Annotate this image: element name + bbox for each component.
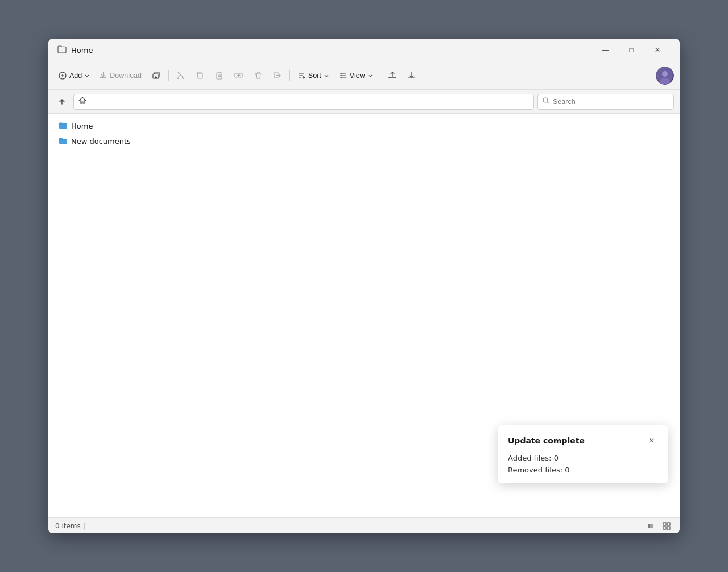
copy-to-storage-icon [152, 71, 161, 80]
delete-icon [254, 71, 262, 80]
share-button[interactable] [268, 67, 287, 85]
view-button[interactable]: View [334, 67, 377, 85]
view-icon [339, 72, 347, 80]
titlebar: Home — □ ✕ [48, 39, 680, 61]
home-icon [78, 97, 86, 105]
statusbar-view-controls [644, 520, 673, 532]
download-label: Download [110, 72, 142, 80]
search-bar[interactable] [537, 94, 674, 110]
add-icon [59, 72, 67, 80]
main-content: Home New documents Update complete [48, 114, 680, 517]
notification-close-icon: ✕ [649, 437, 655, 445]
copy-to-storage-button[interactable] [147, 67, 166, 85]
address-bar[interactable] [73, 94, 534, 110]
notification-added-files: Added files: 0 [508, 454, 658, 462]
svg-point-19 [662, 71, 668, 77]
notification-title: Update complete [508, 436, 585, 445]
copy-icon [196, 71, 204, 80]
tree-panel: Home New documents [48, 114, 173, 517]
cut-icon [176, 71, 185, 80]
add-chevron-icon [85, 73, 89, 78]
tree-item-home-label: Home [71, 122, 93, 130]
move-button[interactable] [230, 67, 248, 85]
navigate-up-button[interactable] [54, 94, 70, 110]
paste-icon [215, 71, 224, 80]
move-icon [234, 71, 243, 80]
sort-button[interactable]: Sort [293, 67, 333, 85]
file-panel: Update complete ✕ Added files: 0 Removed… [173, 114, 680, 517]
addressbar-row [48, 90, 680, 114]
view-chevron-icon [368, 73, 373, 78]
notification-added-count: 0 [554, 454, 559, 462]
tree-item-new-documents[interactable]: New documents [51, 134, 171, 149]
folder-home-icon [59, 121, 68, 131]
download2-button[interactable] [403, 67, 421, 85]
titlebar-folder-icon [57, 45, 67, 56]
notification-close-button[interactable]: ✕ [646, 434, 658, 447]
toolbar-separator-1 [168, 70, 169, 81]
cut-button[interactable] [172, 67, 190, 85]
search-icon [543, 97, 549, 106]
delete-button[interactable] [249, 67, 267, 85]
notification-removed-files: Removed files: 0 [508, 466, 658, 474]
titlebar-title: Home [71, 46, 592, 55]
list-view-button[interactable] [644, 520, 657, 532]
paste-button[interactable] [210, 67, 229, 85]
notification-popup: Update complete ✕ Added files: 0 Removed… [498, 425, 668, 483]
minimize-button[interactable]: — [592, 41, 618, 59]
svg-point-4 [177, 77, 179, 79]
grid-view-icon [663, 522, 671, 530]
download-button[interactable]: Download [95, 67, 146, 85]
titlebar-controls: — □ ✕ [592, 41, 671, 59]
notification-added-label: Added files: [508, 454, 552, 462]
svg-rect-30 [667, 523, 670, 525]
minimize-icon: — [602, 46, 609, 54]
main-window: Home — □ ✕ Add [48, 39, 680, 533]
navigate-up-icon [58, 98, 66, 106]
tree-item-home[interactable]: Home [51, 118, 171, 134]
notification-removed-count: 0 [565, 466, 569, 474]
view-label: View [350, 72, 365, 80]
upload-icon [388, 71, 396, 80]
search-magnifier-icon [543, 97, 549, 104]
add-button[interactable]: Add [54, 67, 94, 85]
download2-icon [408, 71, 416, 80]
close-icon: ✕ [655, 46, 660, 54]
statusbar: 0 items | [48, 517, 680, 533]
close-button[interactable]: ✕ [644, 41, 671, 59]
folder-new-docs-icon [59, 136, 68, 146]
grid-view-button[interactable] [660, 520, 673, 532]
toolbar-separator-3 [380, 70, 380, 81]
tree-item-new-docs-label: New documents [71, 137, 131, 146]
avatar [656, 67, 674, 85]
avatar-image [657, 68, 673, 84]
items-count: 0 items | [55, 522, 85, 530]
share-icon [273, 71, 282, 80]
svg-rect-31 [663, 527, 666, 529]
download-icon [100, 72, 107, 79]
maximize-icon: □ [629, 46, 633, 54]
notification-removed-label: Removed files: [508, 466, 562, 474]
maximize-button[interactable]: □ [618, 41, 644, 59]
sort-chevron-icon [324, 73, 329, 78]
folder-new-docs-svg-icon [59, 136, 68, 144]
address-home-icon [78, 97, 86, 106]
svg-rect-32 [667, 527, 670, 529]
svg-rect-6 [198, 73, 202, 78]
add-label: Add [69, 72, 82, 80]
notification-header: Update complete ✕ [508, 434, 658, 447]
search-input[interactable] [553, 98, 669, 106]
folder-icon [59, 121, 68, 129]
svg-line-22 [547, 102, 549, 103]
sort-icon [297, 72, 305, 80]
copy-button[interactable] [191, 67, 209, 85]
svg-rect-7 [217, 73, 222, 79]
svg-point-21 [543, 98, 548, 102]
upload-button[interactable] [383, 67, 402, 85]
toolbar-separator-2 [289, 70, 290, 81]
list-view-icon [647, 522, 655, 530]
svg-point-5 [183, 77, 184, 79]
toolbar: Add Download [48, 61, 680, 90]
svg-rect-29 [663, 523, 666, 525]
avatar-button[interactable] [656, 67, 674, 85]
